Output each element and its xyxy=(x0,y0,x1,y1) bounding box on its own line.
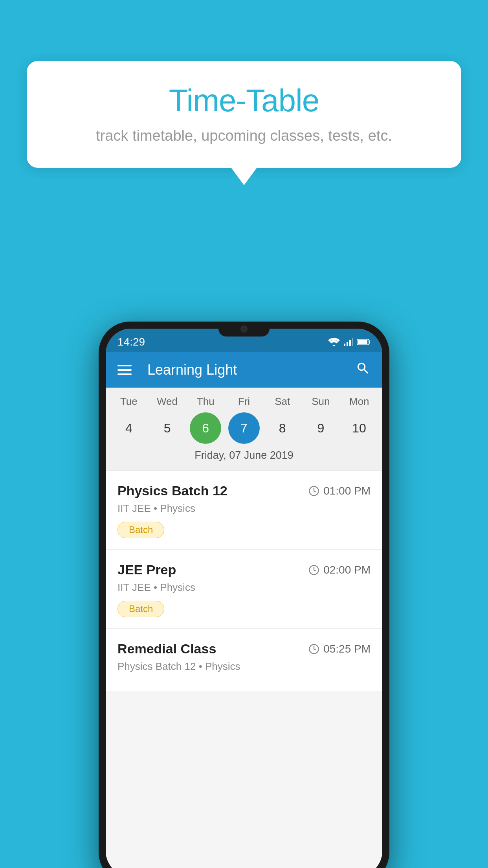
class-header-2: JEE Prep 02:00 PM xyxy=(117,562,371,577)
status-icons xyxy=(328,338,371,346)
class-header-3: Remedial Class 05:25 PM xyxy=(117,641,371,657)
day-label-sun: Sun xyxy=(305,395,336,408)
class-time-2: 02:00 PM xyxy=(308,564,371,576)
day-8[interactable]: 8 xyxy=(267,412,298,444)
class-header-1: Physics Batch 12 01:00 PM xyxy=(117,483,371,498)
day-labels: Tue Wed Thu Fri Sat Sun Mon xyxy=(110,395,378,408)
day-5[interactable]: 5 xyxy=(152,412,183,444)
day-label-thu: Thu xyxy=(190,395,221,408)
phone-screen: 14:29 xyxy=(106,329,382,868)
battery-icon xyxy=(357,338,371,346)
svg-rect-5 xyxy=(369,340,370,344)
phone-outer: 14:29 xyxy=(99,322,389,868)
tooltip-subtitle: track timetable, upcoming classes, tests… xyxy=(50,127,438,144)
clock-icon-1 xyxy=(308,485,319,497)
class-meta-3: Physics Batch 12 • Physics xyxy=(117,660,371,673)
app-bar: Learning Light xyxy=(106,352,382,388)
phone-notch xyxy=(218,322,270,337)
phone-mockup: 14:29 xyxy=(99,322,389,868)
day-10[interactable]: 10 xyxy=(343,412,375,444)
svg-rect-3 xyxy=(352,338,353,346)
class-time-1: 01:00 PM xyxy=(308,485,371,497)
batch-badge-2: Batch xyxy=(117,601,164,617)
day-6-today[interactable]: 6 xyxy=(190,412,221,444)
svg-rect-6 xyxy=(358,340,367,344)
search-button[interactable] xyxy=(356,361,371,379)
wifi-icon xyxy=(328,338,340,346)
day-7-selected[interactable]: 7 xyxy=(228,412,260,444)
clock-icon-3 xyxy=(308,644,319,655)
class-item-3[interactable]: Remedial Class 05:25 PM Physics Batch 12… xyxy=(106,629,382,691)
calendar-strip: Tue Wed Thu Fri Sat Sun Mon 4 5 6 7 8 9 … xyxy=(106,388,382,470)
class-meta-1: IIT JEE • Physics xyxy=(117,502,371,515)
classes-list: Physics Batch 12 01:00 PM IIT JEE • Phys… xyxy=(106,471,382,691)
class-item-1[interactable]: Physics Batch 12 01:00 PM IIT JEE • Phys… xyxy=(106,471,382,550)
class-meta-2: IIT JEE • Physics xyxy=(117,581,371,594)
day-label-mon: Mon xyxy=(343,395,375,408)
day-label-fri: Fri xyxy=(228,395,260,408)
class-name-2: JEE Prep xyxy=(117,562,176,577)
hamburger-menu[interactable] xyxy=(117,365,132,375)
day-9[interactable]: 9 xyxy=(305,412,336,444)
day-numbers: 4 5 6 7 8 9 10 xyxy=(110,412,378,444)
signal-icon xyxy=(344,338,353,346)
svg-rect-1 xyxy=(347,342,348,346)
tooltip-title: Time-Table xyxy=(50,83,438,119)
day-label-tue: Tue xyxy=(113,395,145,408)
camera xyxy=(240,326,248,333)
class-time-3: 05:25 PM xyxy=(308,643,371,655)
batch-badge-1: Batch xyxy=(117,522,164,538)
day-label-sat: Sat xyxy=(267,395,298,408)
app-title: Learning Light xyxy=(147,362,344,378)
selected-date-label: Friday, 07 June 2019 xyxy=(110,444,378,466)
svg-rect-0 xyxy=(344,344,345,346)
day-label-wed: Wed xyxy=(152,395,183,408)
class-name-1: Physics Batch 12 xyxy=(117,483,227,498)
day-4[interactable]: 4 xyxy=(113,412,145,444)
svg-rect-2 xyxy=(349,340,351,346)
clock-icon-2 xyxy=(308,565,319,576)
tooltip-card: Time-Table track timetable, upcoming cla… xyxy=(27,61,461,168)
class-name-3: Remedial Class xyxy=(117,641,216,657)
class-item-2[interactable]: JEE Prep 02:00 PM IIT JEE • Physics Batc… xyxy=(106,550,382,629)
status-time: 14:29 xyxy=(117,336,145,348)
